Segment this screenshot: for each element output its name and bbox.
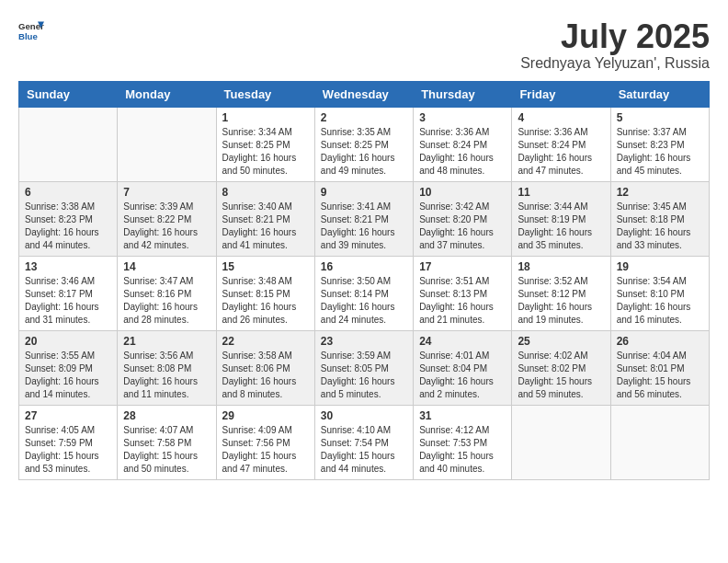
day-info: Sunrise: 4:10 AMSunset: 7:54 PMDaylight:…	[321, 424, 407, 476]
table-row: 6Sunrise: 3:38 AMSunset: 8:23 PMDaylight…	[19, 181, 118, 256]
table-row: 15Sunrise: 3:48 AMSunset: 8:15 PMDayligh…	[216, 256, 314, 330]
day-info: Sunrise: 3:48 AMSunset: 8:15 PMDaylight:…	[222, 275, 309, 327]
day-info: Sunrise: 4:12 AMSunset: 7:53 PMDaylight:…	[419, 424, 506, 476]
month-year-title: July 2025	[520, 18, 710, 55]
table-row: 16Sunrise: 3:50 AMSunset: 8:14 PMDayligh…	[314, 256, 413, 330]
table-row: 19Sunrise: 3:54 AMSunset: 8:10 PMDayligh…	[610, 256, 709, 330]
day-info: Sunrise: 3:44 AMSunset: 8:19 PMDaylight:…	[518, 201, 604, 252]
day-info: Sunrise: 3:51 AMSunset: 8:13 PMDaylight:…	[419, 275, 506, 327]
page-header: General Blue July 2025 Srednyaya Yelyuza…	[18, 18, 710, 72]
table-row	[610, 405, 709, 479]
header-thursday: Thursday	[414, 81, 512, 107]
table-row: 25Sunrise: 4:02 AMSunset: 8:02 PMDayligh…	[512, 330, 610, 405]
day-number: 28	[123, 409, 210, 422]
day-number: 14	[123, 260, 210, 273]
day-number: 21	[123, 335, 210, 348]
header-wednesday: Wednesday	[314, 81, 413, 107]
day-number: 9	[321, 186, 407, 199]
day-number: 7	[123, 186, 210, 199]
table-row: 7Sunrise: 3:39 AMSunset: 8:22 PMDaylight…	[118, 181, 216, 256]
logo-icon: General Blue	[18, 18, 44, 44]
header-tuesday: Tuesday	[216, 81, 314, 107]
table-row: 1Sunrise: 3:34 AMSunset: 8:25 PMDaylight…	[216, 107, 314, 181]
day-info: Sunrise: 3:45 AMSunset: 8:18 PMDaylight:…	[617, 201, 703, 252]
day-info: Sunrise: 3:40 AMSunset: 8:21 PMDaylight:…	[222, 201, 309, 252]
day-number: 17	[419, 260, 506, 273]
day-info: Sunrise: 4:01 AMSunset: 8:04 PMDaylight:…	[419, 350, 506, 401]
table-row: 3Sunrise: 3:36 AMSunset: 8:24 PMDaylight…	[414, 107, 512, 181]
day-number: 10	[419, 186, 506, 199]
svg-text:Blue: Blue	[18, 31, 38, 41]
day-info: Sunrise: 4:02 AMSunset: 8:02 PMDaylight:…	[518, 350, 604, 401]
day-number: 24	[419, 335, 506, 348]
table-row: 18Sunrise: 3:52 AMSunset: 8:12 PMDayligh…	[512, 256, 610, 330]
day-number: 2	[321, 111, 407, 124]
location-subtitle: Srednyaya Yelyuzan', Russia	[520, 55, 710, 72]
table-row: 14Sunrise: 3:47 AMSunset: 8:16 PMDayligh…	[118, 256, 216, 330]
day-info: Sunrise: 4:09 AMSunset: 7:56 PMDaylight:…	[222, 424, 309, 476]
table-row: 2Sunrise: 3:35 AMSunset: 8:25 PMDaylight…	[314, 107, 413, 181]
calendar-table: Sunday Monday Tuesday Wednesday Thursday…	[18, 81, 710, 480]
day-number: 31	[419, 409, 506, 422]
day-info: Sunrise: 3:41 AMSunset: 8:21 PMDaylight:…	[321, 201, 407, 252]
week-row-3: 13Sunrise: 3:46 AMSunset: 8:17 PMDayligh…	[19, 256, 710, 330]
day-number: 5	[617, 111, 703, 124]
table-row: 17Sunrise: 3:51 AMSunset: 8:13 PMDayligh…	[414, 256, 512, 330]
week-row-4: 20Sunrise: 3:55 AMSunset: 8:09 PMDayligh…	[19, 330, 710, 405]
table-row: 27Sunrise: 4:05 AMSunset: 7:59 PMDayligh…	[19, 405, 118, 479]
day-info: Sunrise: 3:47 AMSunset: 8:16 PMDaylight:…	[123, 275, 210, 327]
table-row: 28Sunrise: 4:07 AMSunset: 7:58 PMDayligh…	[118, 405, 216, 479]
table-row: 10Sunrise: 3:42 AMSunset: 8:20 PMDayligh…	[414, 181, 512, 256]
table-row	[19, 107, 118, 181]
day-number: 15	[222, 260, 309, 273]
day-info: Sunrise: 4:07 AMSunset: 7:58 PMDaylight:…	[123, 424, 210, 476]
table-row: 20Sunrise: 3:55 AMSunset: 8:09 PMDayligh…	[19, 330, 118, 405]
table-row	[118, 107, 216, 181]
day-info: Sunrise: 3:35 AMSunset: 8:25 PMDaylight:…	[321, 126, 407, 178]
title-area: July 2025 Srednyaya Yelyuzan', Russia	[520, 18, 710, 72]
table-row: 8Sunrise: 3:40 AMSunset: 8:21 PMDaylight…	[216, 181, 314, 256]
day-info: Sunrise: 3:50 AMSunset: 8:14 PMDaylight:…	[321, 275, 407, 327]
day-number: 11	[518, 186, 604, 199]
day-info: Sunrise: 3:56 AMSunset: 8:08 PMDaylight:…	[123, 350, 210, 401]
day-info: Sunrise: 4:04 AMSunset: 8:01 PMDaylight:…	[617, 350, 703, 401]
day-number: 12	[617, 186, 703, 199]
table-row: 30Sunrise: 4:10 AMSunset: 7:54 PMDayligh…	[314, 405, 413, 479]
table-row	[512, 405, 610, 479]
day-info: Sunrise: 3:54 AMSunset: 8:10 PMDaylight:…	[617, 275, 703, 327]
table-row: 11Sunrise: 3:44 AMSunset: 8:19 PMDayligh…	[512, 181, 610, 256]
day-info: Sunrise: 4:05 AMSunset: 7:59 PMDaylight:…	[25, 424, 111, 476]
day-number: 13	[25, 260, 111, 273]
header-saturday: Saturday	[610, 81, 709, 107]
day-number: 29	[222, 409, 309, 422]
header-monday: Monday	[118, 81, 216, 107]
week-row-5: 27Sunrise: 4:05 AMSunset: 7:59 PMDayligh…	[19, 405, 710, 479]
day-info: Sunrise: 3:58 AMSunset: 8:06 PMDaylight:…	[222, 350, 309, 401]
day-info: Sunrise: 3:52 AMSunset: 8:12 PMDaylight:…	[518, 275, 604, 327]
table-row: 23Sunrise: 3:59 AMSunset: 8:05 PMDayligh…	[314, 330, 413, 405]
week-row-2: 6Sunrise: 3:38 AMSunset: 8:23 PMDaylight…	[19, 181, 710, 256]
day-number: 27	[25, 409, 111, 422]
day-number: 26	[617, 335, 703, 348]
table-row: 26Sunrise: 4:04 AMSunset: 8:01 PMDayligh…	[610, 330, 709, 405]
day-number: 6	[25, 186, 111, 199]
day-number: 16	[321, 260, 407, 273]
weekday-header-row: Sunday Monday Tuesday Wednesday Thursday…	[19, 81, 710, 107]
header-sunday: Sunday	[19, 81, 118, 107]
week-row-1: 1Sunrise: 3:34 AMSunset: 8:25 PMDaylight…	[19, 107, 710, 181]
day-number: 3	[419, 111, 506, 124]
day-number: 4	[518, 111, 604, 124]
day-number: 1	[222, 111, 309, 124]
day-info: Sunrise: 3:37 AMSunset: 8:23 PMDaylight:…	[617, 126, 703, 178]
day-info: Sunrise: 3:55 AMSunset: 8:09 PMDaylight:…	[25, 350, 111, 401]
day-info: Sunrise: 3:39 AMSunset: 8:22 PMDaylight:…	[123, 201, 210, 252]
table-row: 5Sunrise: 3:37 AMSunset: 8:23 PMDaylight…	[610, 107, 709, 181]
day-info: Sunrise: 3:36 AMSunset: 8:24 PMDaylight:…	[518, 126, 604, 178]
day-info: Sunrise: 3:34 AMSunset: 8:25 PMDaylight:…	[222, 126, 309, 178]
table-row: 24Sunrise: 4:01 AMSunset: 8:04 PMDayligh…	[414, 330, 512, 405]
day-number: 18	[518, 260, 604, 273]
day-number: 25	[518, 335, 604, 348]
table-row: 29Sunrise: 4:09 AMSunset: 7:56 PMDayligh…	[216, 405, 314, 479]
day-info: Sunrise: 3:42 AMSunset: 8:20 PMDaylight:…	[419, 201, 506, 252]
day-info: Sunrise: 3:59 AMSunset: 8:05 PMDaylight:…	[321, 350, 407, 401]
